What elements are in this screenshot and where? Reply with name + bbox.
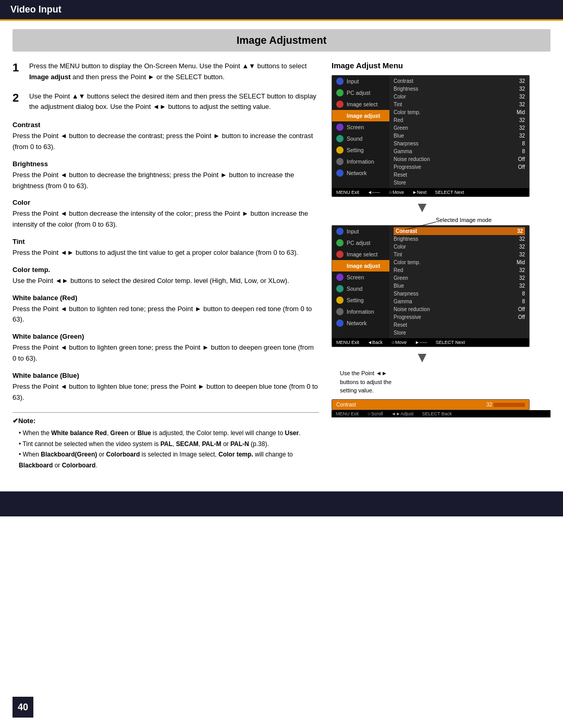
footer-text-1: MENU Exit bbox=[336, 190, 359, 195]
menu-row-red: Red32 bbox=[394, 116, 525, 124]
menu2-row-reset: Reset bbox=[394, 321, 525, 329]
menu-body-2: Input PC adjust Image select Image bbox=[332, 226, 529, 338]
left-column: 1 Press the MENU button to display the O… bbox=[13, 61, 319, 471]
menu-sidebar-screen: Screen bbox=[332, 121, 389, 133]
header-bar: Video Input bbox=[0, 0, 563, 21]
menu2-row-tint: Tint32 bbox=[394, 251, 525, 258]
mini-footer-text-1: MENU Exit bbox=[336, 411, 359, 416]
subsection-contrast-body: Press the Point ◄ button to decrease the… bbox=[13, 131, 319, 153]
step-1: 1 Press the MENU button to display the O… bbox=[13, 61, 319, 83]
menu2-item-screen-label: Screen bbox=[347, 274, 364, 280]
menu-row-green: Green32 bbox=[394, 124, 525, 132]
subsection-color-title: Color bbox=[13, 199, 319, 206]
footer2-text-4: ►----- bbox=[415, 340, 427, 345]
sound-icon bbox=[336, 135, 344, 142]
note-body: When the White balance Red, Green or Blu… bbox=[13, 428, 319, 471]
subsection-tint-title: Tint bbox=[13, 238, 319, 245]
menu-title: Image Adjust Menu bbox=[332, 61, 550, 70]
menu-right-1: Contrast32 Brightness32 Color32 Tint32 C… bbox=[389, 76, 529, 188]
menu2-sidebar-pcadjust: PC adjust bbox=[332, 237, 389, 249]
menu-sidebar-1: Input PC adjust Image select Image bbox=[332, 76, 389, 188]
subsection-contrast-title: Contrast bbox=[13, 121, 319, 129]
menu2-item-imageselect-label: Image select bbox=[347, 251, 378, 257]
imageadjust-icon bbox=[336, 112, 344, 119]
menu-item-imageselect-label: Image select bbox=[347, 101, 378, 107]
menu-row-color: Color32 bbox=[394, 93, 525, 101]
right-column: Image Adjust Menu Input PC adjust bbox=[332, 61, 550, 471]
menu2-item-network-label: Network bbox=[347, 320, 367, 326]
mini-footer-text-3: ◄►Adjust bbox=[391, 411, 414, 416]
menu-item-network-label: Network bbox=[347, 170, 367, 176]
menu2-item-info-label: Information bbox=[347, 309, 374, 315]
network-icon bbox=[336, 169, 344, 177]
mini-value: 32 bbox=[486, 402, 525, 408]
step-1-number: 1 bbox=[13, 61, 24, 83]
menu2-sidebar-info: Information bbox=[332, 306, 389, 317]
note-section: ✔Note: When the White balance Red, Green… bbox=[13, 412, 319, 471]
menu-body-1: Input PC adjust Image select Image bbox=[332, 76, 529, 188]
step-1-text: Press the MENU button to display the On-… bbox=[29, 61, 319, 83]
pcadjust-icon bbox=[336, 89, 344, 96]
subsection-wb-red-title: White balance (Red) bbox=[13, 294, 319, 302]
subsection-tint-body: Press the Point ◄► buttons to adjust the… bbox=[13, 248, 319, 258]
mini-footer-text-2: ☆Scroll bbox=[367, 411, 383, 416]
subsection-wb-green-body: Press the Point ◄ button to lighten gree… bbox=[13, 342, 319, 364]
section-title: Image Adjustment bbox=[13, 29, 550, 52]
menu2-sidebar-network: Network bbox=[332, 317, 389, 329]
subsection-colortemp-body: Use the Point ◄► buttons to select the d… bbox=[13, 276, 319, 287]
menu-row-tint: Tint32 bbox=[394, 101, 525, 108]
menu-row-store: Store bbox=[394, 179, 525, 187]
menu-row-colortemp: Color temp.Mid bbox=[394, 108, 525, 116]
menu2-row-store: Store bbox=[394, 329, 525, 337]
arrow-down-1: ▼ bbox=[332, 200, 550, 215]
subsection-colortemp-title: Color temp. bbox=[13, 266, 319, 274]
menu2-row-color: Color32 bbox=[394, 243, 525, 251]
menu2-item-setting-label: Setting bbox=[347, 297, 364, 303]
page-number: 40 bbox=[13, 697, 33, 718]
note-item-2: Tint cannot be selected when the video s… bbox=[19, 439, 319, 449]
menu-row-gamma: Gamma8 bbox=[394, 147, 525, 155]
menu-row-brightness: Brightness32 bbox=[394, 85, 525, 93]
menu-sidebar-pcadjust: PC adjust bbox=[332, 87, 389, 98]
menu-sidebar-imageselect: Image select bbox=[332, 98, 389, 110]
mini-footer-text-4: SELECT Back bbox=[422, 411, 451, 416]
footer-text-2: ◄----- bbox=[368, 190, 380, 195]
menu2-sidebar-setting: Setting bbox=[332, 294, 389, 306]
menu-item-setting-label: Setting bbox=[347, 147, 364, 153]
menu2-info-icon bbox=[336, 308, 344, 315]
menu2-imageselect-icon bbox=[336, 251, 344, 258]
menu2-item-pcadjust-label: PC adjust bbox=[347, 240, 371, 246]
mini-progress-bar bbox=[494, 403, 525, 407]
menu-item-input-label: Input bbox=[347, 78, 359, 84]
setting-icon bbox=[336, 146, 344, 154]
subsection-wb-green: White balance (Green) Press the Point ◄ … bbox=[13, 332, 319, 364]
arrow-down-2: ▼ bbox=[332, 350, 550, 365]
menu-item-pcadjust-label: PC adjust bbox=[347, 90, 371, 96]
menu-sidebar-input: Input bbox=[332, 76, 389, 87]
footer-text-4: ►Next bbox=[412, 190, 426, 195]
menu-sidebar-network: Network bbox=[332, 167, 389, 179]
input-icon bbox=[336, 78, 344, 85]
subsection-brightness-title: Brightness bbox=[13, 160, 319, 168]
mini-row: Contrast 32 bbox=[336, 402, 525, 408]
menu2-pcadjust-icon bbox=[336, 239, 344, 246]
subsection-color-body: Press the Point ◄ button decrease the in… bbox=[13, 208, 319, 230]
annotation-line-svg bbox=[399, 217, 441, 232]
menu-sidebar-info: Information bbox=[332, 156, 389, 167]
mini-screenshot: Contrast 32 bbox=[332, 399, 530, 410]
menu2-row-blue: Blue32 bbox=[394, 282, 525, 290]
menu-row-noise: Noise reductionOff bbox=[394, 155, 525, 163]
subsection-brightness: Brightness Press the Point ◄ button to d… bbox=[13, 160, 319, 192]
footer2-text-1: MENU Exit bbox=[336, 340, 359, 345]
menu-screenshot-2: Input PC adjust Image select Image bbox=[332, 225, 530, 347]
menu-screenshot-1: Input PC adjust Image select Image bbox=[332, 75, 530, 197]
subsection-tint: Tint Press the Point ◄► buttons to adjus… bbox=[13, 238, 319, 258]
menu2-network-icon bbox=[336, 319, 344, 327]
menu-row-reset: Reset bbox=[394, 171, 525, 179]
menu2-imageadjust-icon bbox=[336, 262, 344, 269]
header-title: Video Input bbox=[10, 4, 62, 15]
subsection-wb-blue: White balance (Blue) Press the Point ◄ b… bbox=[13, 372, 319, 403]
subsection-color: Color Press the Point ◄ button decrease … bbox=[13, 199, 319, 230]
bottom-bar bbox=[0, 491, 563, 516]
two-col-layout: 1 Press the MENU button to display the O… bbox=[13, 61, 550, 471]
